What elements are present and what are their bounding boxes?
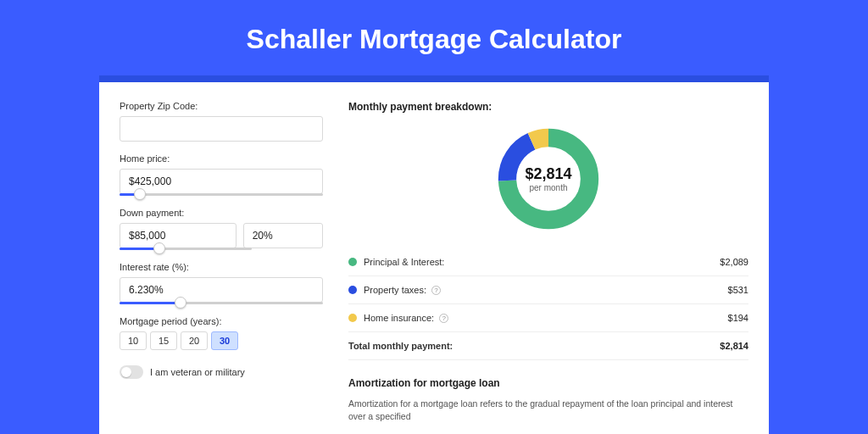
field-zip: Property Zip Code:	[120, 101, 323, 142]
interest-rate-label: Interest rate (%):	[120, 262, 323, 272]
zip-input[interactable]	[120, 116, 323, 142]
zip-label: Property Zip Code:	[120, 101, 323, 111]
period-option-10[interactable]: 10	[120, 331, 147, 350]
field-interest-rate: Interest rate (%):	[120, 262, 323, 304]
input-form: Property Zip Code: Home price: Down paym…	[120, 101, 323, 420]
interest-rate-slider-thumb[interactable]	[175, 297, 186, 309]
taxes-label: Property taxes:	[364, 285, 426, 295]
pi-label: Principal & Interest:	[364, 257, 444, 267]
donut-amount: $2,814	[525, 165, 571, 183]
down-payment-slider[interactable]	[120, 248, 252, 250]
mortgage-period-options: 10 15 20 30	[120, 331, 323, 350]
total-label: Total monthly payment:	[348, 341, 453, 351]
down-payment-slider-thumb[interactable]	[153, 242, 165, 254]
donut-chart: $2,814 per month	[494, 125, 603, 233]
field-home-price: Home price:	[120, 153, 323, 196]
breakdown-heading: Monthly payment breakdown:	[348, 101, 748, 113]
amortization-section: Amortization for mortgage loan Amortizat…	[348, 377, 748, 422]
down-payment-label: Down payment:	[120, 208, 323, 218]
interest-rate-input[interactable]	[120, 277, 323, 303]
insurance-value: $194	[728, 313, 748, 323]
line-home-insurance: Home insurance: ? $194	[348, 304, 748, 332]
total-value: $2,814	[720, 341, 748, 351]
dot-green-icon	[348, 258, 357, 266]
period-option-30[interactable]: 30	[211, 331, 238, 350]
line-total: Total monthly payment: $2,814	[348, 331, 748, 360]
pi-value: $2,089	[720, 257, 748, 267]
field-mortgage-period: Mortgage period (years): 10 15 20 30	[120, 316, 323, 350]
mortgage-period-label: Mortgage period (years):	[120, 316, 323, 326]
amortization-body: Amortization for a mortgage loan refers …	[348, 398, 748, 422]
calculator-card: Property Zip Code: Home price: Down paym…	[99, 82, 769, 434]
veteran-label: I am veteran or military	[150, 367, 245, 377]
veteran-row: I am veteran or military	[120, 365, 323, 379]
card-shadow: Property Zip Code: Home price: Down paym…	[99, 75, 769, 434]
amortization-heading: Amortization for mortgage loan	[348, 377, 748, 389]
info-icon[interactable]: ?	[439, 314, 448, 323]
veteran-toggle[interactable]	[120, 365, 143, 379]
interest-rate-slider[interactable]	[120, 302, 323, 304]
home-price-input[interactable]	[120, 169, 323, 194]
taxes-value: $531	[728, 285, 748, 295]
dot-blue-icon	[348, 286, 357, 294]
home-price-slider[interactable]	[120, 193, 323, 196]
page-title: Schaller Mortgage Calculator	[0, 0, 868, 75]
period-option-15[interactable]: 15	[150, 331, 177, 350]
info-icon[interactable]: ?	[431, 286, 441, 295]
donut-center: $2,814 per month	[494, 125, 603, 233]
breakdown-panel: Monthly payment breakdown: $2,814 per mo…	[348, 101, 748, 420]
donut-sub: per month	[529, 183, 567, 192]
dot-yellow-icon	[348, 314, 357, 322]
field-down-payment: Down payment:	[120, 208, 323, 250]
down-payment-percent-input[interactable]	[243, 223, 323, 248]
period-option-20[interactable]: 20	[181, 331, 208, 350]
line-principal-interest: Principal & Interest: $2,089	[348, 248, 748, 276]
home-price-slider-thumb[interactable]	[134, 188, 146, 200]
donut-chart-wrap: $2,814 per month	[348, 125, 748, 233]
down-payment-amount-input[interactable]	[120, 223, 236, 248]
line-property-taxes: Property taxes: ? $531	[348, 276, 748, 304]
insurance-label: Home insurance:	[364, 313, 434, 323]
home-price-label: Home price:	[120, 153, 323, 164]
